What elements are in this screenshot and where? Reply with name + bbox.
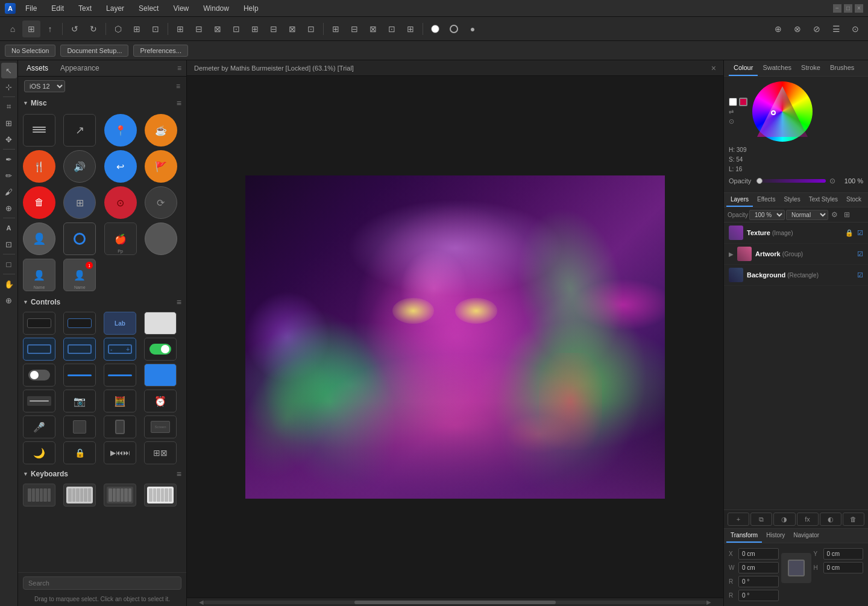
- opacity-select[interactable]: 100 % 75 % 50 %: [749, 210, 785, 220]
- asset-avatar2[interactable]: 👤 Name: [23, 259, 55, 291]
- ctrl-calculator[interactable]: 🧮: [104, 390, 136, 412]
- layers-add-button[interactable]: +: [728, 513, 749, 526]
- layers-group-button[interactable]: ⧉: [750, 513, 772, 526]
- menu-view[interactable]: View: [168, 3, 193, 14]
- w-field[interactable]: [738, 562, 779, 573]
- ctrl-camera[interactable]: 📷: [63, 390, 96, 412]
- asset-delete[interactable]: 🗑: [23, 186, 55, 219]
- keyboard-dark[interactable]: [23, 484, 55, 507]
- preferences-button[interactable]: Preferences...: [133, 45, 187, 57]
- tab-navigator[interactable]: Navigator: [789, 529, 823, 543]
- tab-effects[interactable]: Effects: [753, 193, 779, 207]
- snap-btn-6[interactable]: ⊟: [265, 21, 283, 37]
- layers-grid-button[interactable]: ⊞: [841, 209, 852, 220]
- ctrl-mic[interactable]: 🎤: [23, 415, 55, 438]
- colour-cursor[interactable]: [771, 110, 776, 115]
- colour-wheel-wrapper[interactable]: [752, 81, 813, 142]
- snap-btn-8[interactable]: ⊡: [302, 21, 320, 37]
- layers-delete-button[interactable]: 🗑: [843, 513, 864, 526]
- hscroll-thumb[interactable]: [354, 601, 556, 604]
- maximize-button[interactable]: □: [844, 4, 852, 13]
- layers-fx-button[interactable]: fx: [797, 513, 819, 526]
- tab-styles[interactable]: Styles: [779, 193, 804, 207]
- r2-field[interactable]: [738, 590, 779, 601]
- tab-appearance[interactable]: Appearance: [57, 63, 103, 74]
- asset-circle-outline[interactable]: [63, 223, 96, 255]
- ctrl-blue-outline[interactable]: [23, 338, 55, 361]
- ctrl-label-field[interactable]: [23, 390, 55, 412]
- y-field[interactable]: [823, 548, 864, 560]
- ctrl-lock-rotation[interactable]: 🔒: [63, 441, 96, 464]
- align-btn-5[interactable]: ⊞: [401, 21, 420, 37]
- menu-help[interactable]: Help: [239, 3, 263, 14]
- section-misc-header[interactable]: ▼ Misc ≡: [23, 96, 181, 110]
- tab-layers[interactable]: Layers: [726, 193, 753, 207]
- crop-tool[interactable]: ⌗: [1, 99, 17, 115]
- shape-tool[interactable]: □: [1, 256, 17, 272]
- layer-artwork[interactable]: ▶ Artwork (Group) ☑: [724, 244, 868, 265]
- close-button[interactable]: ×: [855, 4, 863, 13]
- layers-settings-button[interactable]: ⚙: [829, 209, 840, 220]
- canvas-container[interactable]: [187, 76, 723, 598]
- ctrl-grid2[interactable]: [63, 415, 96, 438]
- view-settings-btn[interactable]: ⊘: [808, 21, 826, 37]
- ctrl-phone[interactable]: [104, 415, 136, 438]
- snap-btn-5[interactable]: ⊞: [246, 21, 264, 37]
- tab-history[interactable]: History: [762, 529, 789, 543]
- ctrl-moon[interactable]: 🌙: [23, 441, 55, 464]
- asset-speaker[interactable]: 🔊: [63, 150, 96, 183]
- tab-swatches[interactable]: Swatches: [758, 60, 796, 76]
- horizontal-scrollbar[interactable]: ◀ ▶: [187, 598, 723, 606]
- align-btn-2[interactable]: ⊟: [345, 21, 363, 37]
- tab-brushes[interactable]: Brushes: [825, 60, 859, 76]
- ctrl-stepper[interactable]: - +: [104, 338, 136, 361]
- assets-options-icon[interactable]: ≡: [176, 82, 180, 90]
- undo-button[interactable]: ↺: [66, 21, 84, 37]
- asset-avatar[interactable]: 👤: [23, 223, 55, 255]
- section-controls-header[interactable]: ▼ Controls ≡: [23, 295, 181, 309]
- menu-file[interactable]: File: [20, 3, 42, 14]
- layers-mask-button[interactable]: ◑: [773, 513, 795, 526]
- layer-visibility-icon[interactable]: ☑: [857, 229, 863, 237]
- fill-colour-box[interactable]: [729, 98, 737, 106]
- blend-mode-select[interactable]: NormalMultiplyScreenOverlay: [786, 210, 828, 220]
- text-tool[interactable]: A: [1, 220, 17, 236]
- asset-coffee[interactable]: ☕: [145, 114, 177, 147]
- keyboard-white[interactable]: [144, 484, 177, 507]
- asset-apple[interactable]: 🍎 Pp: [104, 223, 137, 255]
- document-setup-button[interactable]: Document Setup...: [60, 45, 128, 57]
- ctrl-blue-rect[interactable]: [144, 364, 177, 387]
- zoom-tool[interactable]: ⊕: [1, 292, 17, 308]
- snap-btn-2[interactable]: ⊟: [190, 21, 208, 37]
- fill-tool[interactable]: ⊕: [1, 200, 17, 216]
- layers-adjustment-button[interactable]: ◐: [820, 513, 841, 526]
- layer-background[interactable]: Background (Rectangle) ☑: [724, 265, 868, 286]
- pixel-mode-button[interactable]: ⊞: [128, 21, 146, 37]
- asset-location[interactable]: 📍: [104, 114, 137, 147]
- colour-swatch-btn[interactable]: ●: [464, 21, 482, 37]
- close-document-button[interactable]: ×: [711, 63, 716, 73]
- minimize-button[interactable]: −: [833, 4, 841, 13]
- ctrl-lab-button[interactable]: Lab: [104, 312, 136, 335]
- section-keyboards-header[interactable]: ▼ Keyboards ≡: [23, 467, 181, 481]
- ctrl-white-btn[interactable]: [144, 312, 177, 335]
- menu-edit[interactable]: Edit: [46, 3, 69, 14]
- x-field[interactable]: [738, 548, 779, 560]
- ctrl-clock[interactable]: ⏰: [144, 390, 177, 412]
- snap-btn-3[interactable]: ⊠: [209, 21, 227, 37]
- ctrl-blue-outline2[interactable]: [63, 338, 96, 361]
- misc-menu-icon[interactable]: ≡: [177, 98, 181, 108]
- asset-notification[interactable]: 👤 1 Name: [63, 259, 96, 291]
- ctrl-search-field[interactable]: [63, 312, 96, 335]
- asset-gray-circle[interactable]: [145, 223, 177, 255]
- pencil-tool[interactable]: ✏: [1, 168, 17, 183]
- colour-swap-icon[interactable]: ⇄: [729, 109, 747, 115]
- tab-colour[interactable]: Colour: [729, 60, 758, 76]
- opacity-slider-thumb[interactable]: [756, 178, 763, 184]
- menu-layer[interactable]: Layer: [101, 3, 129, 14]
- export-mode-button[interactable]: ⊡: [146, 21, 165, 37]
- tab-assets[interactable]: Assets: [23, 63, 52, 74]
- vector-mode-button[interactable]: ⬡: [109, 21, 127, 37]
- panel-menu-icon[interactable]: ≡: [177, 64, 181, 72]
- hand-tool[interactable]: ✋: [1, 276, 17, 292]
